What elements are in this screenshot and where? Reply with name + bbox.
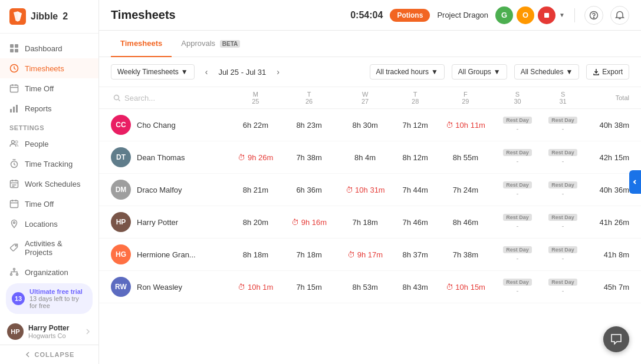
cell-row1-day0[interactable]: ⏱ 9h 26m <box>229 141 282 174</box>
th-search <box>99 87 229 109</box>
sidebar-item-time-off[interactable]: Time Off <box>0 78 98 98</box>
cell-row0-day1[interactable]: 8h 23m <box>282 109 336 141</box>
tab-bar: Timesheets Approvals BETA <box>99 31 641 57</box>
filter-groups-button[interactable]: All Groups ▼ <box>452 64 507 80</box>
export-icon <box>593 68 600 75</box>
person-cell-1[interactable]: DT Dean Thomas <box>99 141 229 174</box>
search-input[interactable] <box>124 94 195 102</box>
chat-fab-button[interactable] <box>603 326 629 352</box>
person-name: Ron Weasley <box>137 283 182 292</box>
panel-toggle-button[interactable] <box>629 170 641 194</box>
cell-row4-day6[interactable]: Rest Day - <box>540 239 586 271</box>
sidebar-item-reports[interactable]: Reports <box>0 98 98 118</box>
cell-row1-day3[interactable]: 8h 12m <box>395 141 436 174</box>
person-cell-3[interactable]: HP Harry Potter <box>99 206 229 239</box>
svg-point-16 <box>15 245 17 246</box>
cell-row4-day3[interactable]: 8h 37m <box>395 239 436 271</box>
cell-row2-day3[interactable]: 7h 44m <box>395 174 436 206</box>
sidebar-item-work-schedules[interactable]: Work Schedules <box>0 174 98 194</box>
filter-schedules-button[interactable]: All Schedules ▼ <box>514 64 580 80</box>
user-name: Harry Potter <box>28 324 80 332</box>
help-button[interactable] <box>584 6 603 25</box>
sidebar-item-people[interactable]: People <box>0 134 98 154</box>
cell-row1-day4[interactable]: 8h 55m <box>436 141 495 174</box>
export-button[interactable]: Export <box>586 64 629 80</box>
cell-row2-day1[interactable]: 6h 36m <box>282 174 336 206</box>
timer-dropdown-arrow[interactable]: ▼ <box>559 12 565 18</box>
sidebar-item-organization[interactable]: Organization <box>0 262 98 279</box>
user-profile-row[interactable]: HP Harry Potter Hogwarts Co <box>0 319 98 345</box>
cell-row5-day6[interactable]: Rest Day - <box>540 271 586 303</box>
cell-row5-day3[interactable]: 8h 43m <box>395 271 436 303</box>
calendar-icon <box>9 84 19 93</box>
cell-row5-day2[interactable]: 8h 53m <box>336 271 394 303</box>
content-area: Timesheets Approvals BETA Weekly Timeshe… <box>99 31 641 364</box>
cell-row2-day6[interactable]: Rest Day - <box>540 174 586 206</box>
cell-row3-day1[interactable]: ⏱ 9h 16m <box>282 206 336 239</box>
cell-row3-day5[interactable]: Rest Day - <box>495 206 540 239</box>
cell-row1-day5[interactable]: Rest Day - <box>495 141 540 174</box>
avatar-group: G O ▼ <box>495 6 565 24</box>
cell-row4-day1[interactable]: 7h 18m <box>282 239 336 271</box>
sidebar-item-timesheets[interactable]: Timesheets <box>0 58 98 78</box>
cell-row2-day4[interactable]: 7h 24m <box>436 174 495 206</box>
grid-icon <box>9 44 19 53</box>
sidebar-item-dashboard[interactable]: Dashboard <box>0 38 98 58</box>
tab-timesheets[interactable]: Timesheets <box>111 31 172 57</box>
cell-row3-day2[interactable]: 7h 18m <box>336 206 394 239</box>
cell-row5-day4[interactable]: ⏱ 10h 15m <box>436 271 495 303</box>
sidebar-item-locations[interactable]: Locations <box>0 214 98 234</box>
cell-row2-day0[interactable]: 8h 21m <box>229 174 282 206</box>
collapse-button[interactable]: COLLAPSE <box>0 345 98 364</box>
cell-row1-day6[interactable]: Rest Day - <box>540 141 586 174</box>
avatar-orange-button[interactable]: O <box>517 6 534 24</box>
cell-row2-day5[interactable]: Rest Day - <box>495 174 540 206</box>
potions-tag-button[interactable]: Potions <box>390 9 430 22</box>
cell-row5-day0[interactable]: ⏱ 10h 1m <box>229 271 282 303</box>
tab-approvals[interactable]: Approvals BETA <box>172 31 249 57</box>
trial-badge[interactable]: 13 Ultimate free trial 13 days left to t… <box>6 283 93 314</box>
table-row: DT Dean Thomas ⏱ 9h 26m7h 38m8h 4m8h 12m… <box>99 141 641 174</box>
notifications-button[interactable] <box>610 6 629 25</box>
prev-week-button[interactable]: ‹ <box>202 65 212 79</box>
bell-icon <box>615 11 624 20</box>
cell-row2-day2[interactable]: ⏱ 10h 31m <box>336 174 394 206</box>
cell-row0-day4[interactable]: ⏱ 10h 11m <box>436 109 495 141</box>
cell-row0-day6[interactable]: Rest Day - <box>540 109 586 141</box>
stop-timer-button[interactable] <box>538 6 555 24</box>
person-cell-0[interactable]: CC Cho Chang <box>99 109 229 141</box>
cell-row3-day4[interactable]: 8h 46m <box>436 206 495 239</box>
person-cell-5[interactable]: RW Ron Weasley <box>99 271 229 303</box>
cell-row3-day0[interactable]: 8h 20m <box>229 206 282 239</box>
avatar-green-button[interactable]: G <box>495 6 513 24</box>
person-cell-4[interactable]: HG Hermione Gran... <box>99 239 229 271</box>
project-name: Project Dragon <box>437 11 488 19</box>
sidebar-item-time-off-settings[interactable]: Time Off <box>0 194 98 214</box>
cell-row0-day0[interactable]: 6h 22m <box>229 109 282 141</box>
weekly-view-button[interactable]: Weekly Timesheets ▼ <box>111 64 195 80</box>
cell-row3-day6[interactable]: Rest Day - <box>540 206 586 239</box>
cell-row0-day2[interactable]: 8h 30m <box>336 109 394 141</box>
cell-row4-day4[interactable]: 7h 38m <box>436 239 495 271</box>
cell-row4-day2[interactable]: ⏱ 9h 17m <box>336 239 394 271</box>
person-cell-2[interactable]: DM Draco Malfoy <box>99 174 229 206</box>
cell-row3-day3[interactable]: 7h 46m <box>395 206 436 239</box>
next-week-button[interactable]: › <box>273 65 283 79</box>
filter-hours-button[interactable]: All tracked hours ▼ <box>370 64 445 80</box>
person-avatar: RW <box>111 277 131 297</box>
cell-row5-day5[interactable]: Rest Day - <box>495 271 540 303</box>
cell-row0-day3[interactable]: 7h 12m <box>395 109 436 141</box>
th-fri: F29 <box>436 87 495 109</box>
cell-row0-day5[interactable]: Rest Day - <box>495 109 540 141</box>
sidebar-item-time-tracking[interactable]: Time Tracking <box>0 154 98 174</box>
cell-row1-day2[interactable]: 8h 4m <box>336 141 394 174</box>
person-avatar: DT <box>111 147 131 167</box>
cell-row4-day5[interactable]: Rest Day - <box>495 239 540 271</box>
total-cell-0: 40h 38m <box>586 109 641 141</box>
cell-row1-day1[interactable]: 7h 38m <box>282 141 336 174</box>
user-info: Harry Potter Hogwarts Co <box>28 324 80 339</box>
cell-row4-day0[interactable]: 8h 18m <box>229 239 282 271</box>
sidebar-item-activities-projects[interactable]: Activities & Projects <box>0 234 98 262</box>
cell-row5-day1[interactable]: 7h 15m <box>282 271 336 303</box>
svg-rect-6 <box>11 85 18 92</box>
